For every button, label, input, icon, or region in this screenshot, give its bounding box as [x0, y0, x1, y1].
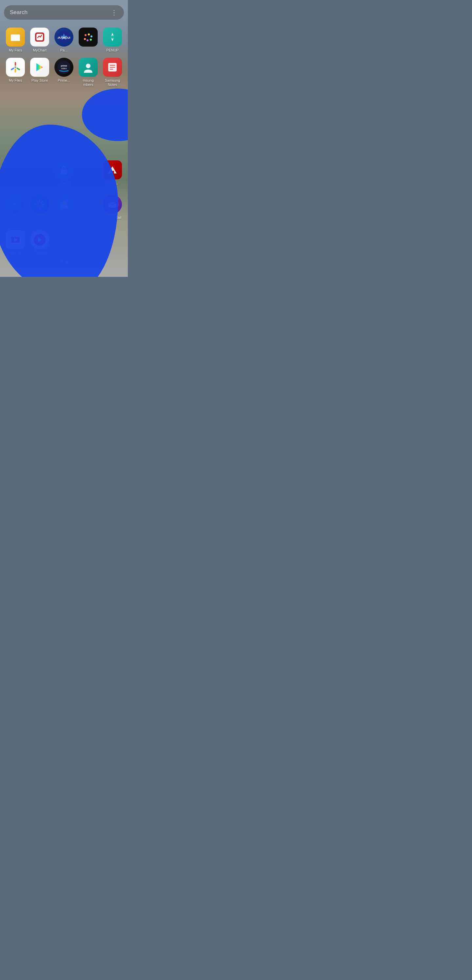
app-paramount[interactable]: PARAMOUNT Pa... [52, 27, 75, 52]
samsung-members-icon [79, 58, 98, 77]
paramount-icon: PARAMOUNT [54, 27, 73, 46]
samsung-members-label: msung mbers [78, 78, 99, 87]
prime-label: Prime... [58, 78, 70, 83]
my-files-icon [6, 27, 25, 46]
play-store-icon [30, 58, 49, 77]
search-placeholder: Search [10, 9, 111, 16]
app-row-1: My Files MyChart PARAMOUNT [4, 27, 124, 87]
app-mychart[interactable]: MyChart [28, 27, 51, 52]
svg-point-5 [84, 34, 87, 36]
app-picsart[interactable] [77, 27, 100, 52]
svg-text:PARAMOUNT: PARAMOUNT [58, 36, 70, 39]
prime-icon: prime video [54, 58, 73, 77]
penup-label: PENUP [106, 48, 119, 52]
paramount-label: Pa... [60, 48, 68, 52]
app-photos[interactable]: My Files [4, 58, 27, 87]
app-samsung-members[interactable]: msung mbers [77, 58, 100, 87]
svg-point-9 [87, 39, 89, 41]
app-samsung-notes[interactable]: Samsung Notes [101, 58, 124, 87]
photos-label: My Files [9, 78, 22, 83]
svg-point-13 [14, 66, 16, 68]
svg-point-10 [84, 38, 86, 40]
samsung-notes-icon [103, 58, 122, 77]
samsung-notes-label: Samsung Notes [102, 78, 123, 87]
picsart-icon [79, 27, 98, 46]
app-penup[interactable]: PENUP [101, 27, 124, 52]
svg-point-8 [90, 39, 92, 41]
svg-text:prime: prime [60, 65, 67, 67]
app-play-store[interactable]: Play Store [28, 58, 51, 87]
mychart-label: MyChart [33, 48, 46, 52]
photos-icon [6, 58, 25, 77]
svg-text:video: video [61, 67, 67, 70]
svg-point-7 [91, 35, 92, 37]
svg-point-11 [111, 35, 114, 39]
app-my-files[interactable]: My Files [4, 27, 27, 52]
play-store-label: Play Store [32, 78, 48, 83]
app-prime[interactable]: prime video Prime... [52, 58, 75, 87]
svg-point-17 [86, 64, 91, 68]
search-bar[interactable]: Search ⋮ [4, 5, 124, 20]
penup-icon [103, 27, 122, 46]
svg-point-6 [88, 33, 90, 35]
more-options-icon[interactable]: ⋮ [111, 8, 118, 16]
my-files-label: My Files [9, 48, 22, 52]
mychart-icon [30, 27, 49, 46]
